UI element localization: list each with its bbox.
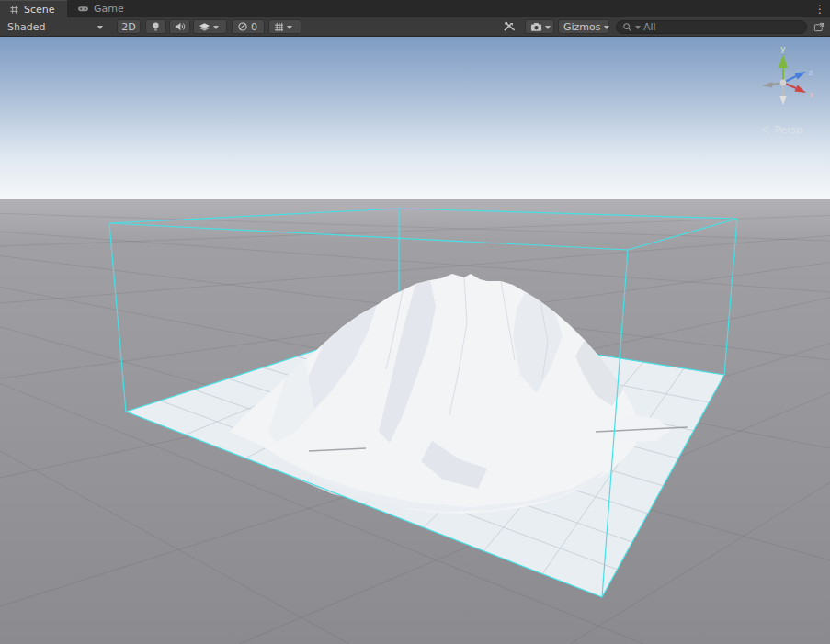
- tab-scene[interactable]: Scene: [0, 0, 67, 17]
- gizmos-label: Gizmos: [563, 21, 601, 33]
- hidden-objects-count: 0: [251, 21, 257, 33]
- chevron-down-icon: [545, 26, 551, 29]
- mode-2d-label: 2D: [121, 21, 135, 33]
- axis-z-label: z: [809, 68, 813, 77]
- layers-icon: [199, 21, 210, 32]
- projection-label: Persp: [775, 124, 802, 136]
- audio-toggle[interactable]: [169, 19, 190, 34]
- draw-mode-dropdown[interactable]: Shaded: [2, 19, 108, 34]
- tab-scene-label: Scene: [24, 4, 55, 16]
- effects-dropdown[interactable]: [193, 19, 227, 34]
- component-tools-button[interactable]: [497, 19, 521, 34]
- window-menu-button[interactable]: ⋮: [813, 1, 826, 17]
- gizmo-center-cube[interactable]: [780, 80, 787, 86]
- grid-visibility-dropdown[interactable]: [268, 19, 301, 34]
- bulb-icon: [151, 21, 161, 33]
- camera-settings-dropdown[interactable]: [525, 19, 554, 34]
- scene-toolbar: Shaded 2D 0: [0, 17, 830, 37]
- draw-mode-label: Shaded: [7, 21, 45, 33]
- scene-search-field[interactable]: All: [616, 20, 807, 34]
- axis-x-label: x: [809, 90, 814, 99]
- gamepad-icon: [77, 4, 89, 14]
- search-filter-chevron-icon: [635, 26, 641, 29]
- camera-icon: [530, 22, 542, 32]
- grid-lines-icon: [274, 22, 284, 32]
- chevron-down-icon: [213, 26, 219, 29]
- wrench-hammer-icon: [503, 21, 517, 32]
- tab-game[interactable]: Game: [68, 0, 132, 17]
- overlay-popout-button[interactable]: [810, 19, 828, 34]
- sky: [0, 37, 830, 199]
- chevron-down-icon: [97, 26, 103, 29]
- lighting-toggle[interactable]: [145, 19, 166, 34]
- magnifier-icon: [622, 22, 632, 32]
- hidden-objects-toggle[interactable]: 0: [232, 19, 265, 34]
- speaker-icon: [174, 21, 186, 32]
- gizmos-dropdown[interactable]: Gizmos: [558, 19, 609, 34]
- tab-game-label: Game: [94, 3, 124, 15]
- chevron-down-icon: [604, 26, 609, 29]
- tab-bar: Scene Game ⋮: [0, 0, 830, 17]
- chevron-down-icon: [287, 26, 292, 29]
- scene-grid-icon: [9, 5, 19, 15]
- search-filter-value: All: [643, 21, 656, 33]
- crossed-circle-icon: [237, 21, 248, 32]
- axis-y-label: y: [780, 44, 786, 53]
- popout-icon: [813, 22, 824, 32]
- unity-scene-window: Scene Game ⋮ Shaded 2D: [0, 0, 830, 644]
- scene-viewport[interactable]: y z x Persp: [0, 37, 830, 644]
- menu-ellipsis-icon: ⋮: [814, 3, 825, 16]
- mode-2d-toggle[interactable]: 2D: [117, 19, 141, 34]
